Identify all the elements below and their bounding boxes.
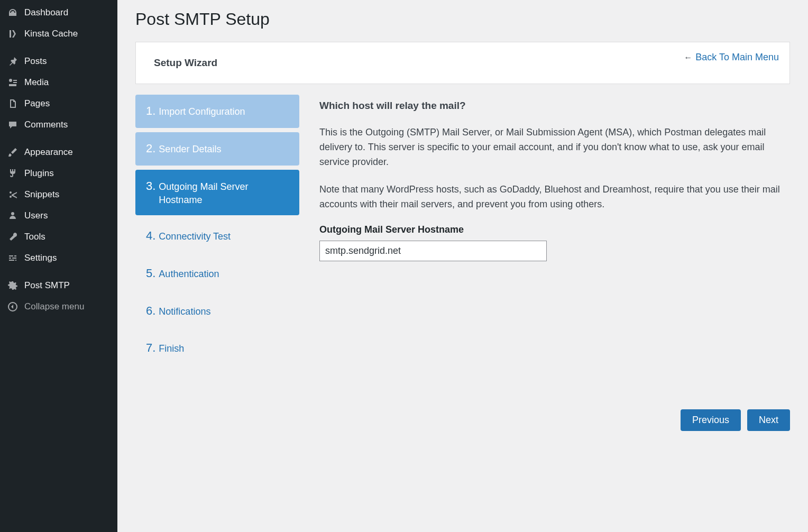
step-sender-details[interactable]: 2. Sender Details <box>135 132 299 166</box>
sidebar-item-label: Appearance <box>24 147 73 158</box>
media-icon <box>7 77 18 88</box>
step-label: Finish <box>159 342 184 355</box>
step-outgoing-mail-server[interactable]: 3. Outgoing Mail Server Hostname <box>135 170 299 215</box>
pin-icon <box>7 56 18 67</box>
wizard-steps: 1. Import Configuration 2. Sender Detail… <box>135 95 299 431</box>
step-number: 6. <box>146 303 155 319</box>
hostname-field-label: Outgoing Mail Server Hostname <box>319 224 790 235</box>
sidebar-collapse[interactable]: Collapse menu <box>0 296 117 317</box>
wizard-body: 1. Import Configuration 2. Sender Detail… <box>135 95 790 431</box>
brush-icon <box>7 147 18 158</box>
sidebar-item-label: Dashboard <box>24 7 68 18</box>
sliders-icon <box>7 253 18 263</box>
pages-icon <box>7 98 18 109</box>
main-content: Post SMTP Setup ← Back To Main Menu Setu… <box>117 0 808 532</box>
sidebar-item-dashboard[interactable]: Dashboard <box>0 2 117 23</box>
gear-icon <box>7 280 18 291</box>
sidebar-item-posts[interactable]: Posts <box>0 51 117 72</box>
sidebar-item-settings[interactable]: Settings <box>0 247 117 269</box>
card-title: Setup Wizard <box>154 57 772 69</box>
sidebar-item-label: Plugins <box>24 168 54 179</box>
step-notifications[interactable]: 6. Notifications <box>135 295 299 328</box>
collapse-icon <box>7 301 18 312</box>
step-label: Notifications <box>159 305 210 318</box>
sidebar-item-post-smtp[interactable]: Post SMTP <box>0 275 117 296</box>
sidebar-item-label: Users <box>24 210 48 221</box>
step-label: Import Configuration <box>159 105 245 118</box>
wrench-icon <box>7 232 18 242</box>
sidebar-item-label: Posts <box>24 56 47 67</box>
step-finish[interactable]: 7. Finish <box>135 332 299 365</box>
admin-sidebar: Dashboard Kinsta Cache Posts Media Pages… <box>0 0 117 532</box>
sidebar-item-snippets[interactable]: Snippets <box>0 184 117 205</box>
step-authentication[interactable]: 5. Authentication <box>135 257 299 290</box>
sidebar-item-users[interactable]: Users <box>0 205 117 226</box>
step-number: 1. <box>146 103 155 120</box>
step-number: 3. <box>146 178 155 195</box>
step-label: Sender Details <box>159 143 221 156</box>
sidebar-item-appearance[interactable]: Appearance <box>0 142 117 163</box>
sidebar-item-comments[interactable]: Comments <box>0 114 117 135</box>
sidebar-item-label: Tools <box>24 232 45 242</box>
sidebar-item-media[interactable]: Media <box>0 72 117 93</box>
sidebar-item-label: Pages <box>24 98 50 109</box>
step-number: 2. <box>146 141 155 157</box>
back-link-label: Back To Main Menu <box>695 52 779 63</box>
user-icon <box>7 210 18 221</box>
scissors-icon <box>7 189 18 200</box>
comment-icon <box>7 120 18 130</box>
step-import-configuration[interactable]: 1. Import Configuration <box>135 95 299 128</box>
panel-paragraph-2: Note that many WordPress hosts, such as … <box>319 182 790 212</box>
step-label: Connectivity Test <box>159 230 231 243</box>
sidebar-item-label: Kinsta Cache <box>24 29 78 39</box>
panel-heading: Which host will relay the mail? <box>319 100 790 112</box>
next-button[interactable]: Next <box>747 409 790 431</box>
wizard-panel: Which host will relay the mail? This is … <box>319 95 790 431</box>
step-number: 4. <box>146 228 155 244</box>
dashboard-icon <box>7 7 18 18</box>
wizard-card: ← Back To Main Menu Setup Wizard <box>135 42 790 84</box>
arrow-left-icon: ← <box>684 53 692 62</box>
kinsta-icon <box>7 29 18 39</box>
step-connectivity-test[interactable]: 4. Connectivity Test <box>135 219 299 253</box>
page-title: Post SMTP Setup <box>135 10 790 29</box>
sidebar-collapse-label: Collapse menu <box>24 301 84 312</box>
step-number: 5. <box>146 265 155 282</box>
sidebar-item-plugins[interactable]: Plugins <box>0 163 117 184</box>
step-label: Authentication <box>159 268 219 281</box>
step-number: 7. <box>146 340 155 356</box>
step-label: Outgoing Mail Server Hostname <box>159 180 289 207</box>
previous-button[interactable]: Previous <box>681 409 741 431</box>
sidebar-item-pages[interactable]: Pages <box>0 93 117 114</box>
sidebar-item-label: Comments <box>24 120 68 130</box>
back-to-main-link[interactable]: ← Back To Main Menu <box>684 52 779 63</box>
sidebar-item-label: Snippets <box>24 189 59 200</box>
sidebar-item-tools[interactable]: Tools <box>0 226 117 247</box>
sidebar-item-label: Settings <box>24 253 57 263</box>
hostname-input[interactable] <box>319 241 547 261</box>
sidebar-item-kinsta-cache[interactable]: Kinsta Cache <box>0 23 117 44</box>
sidebar-item-label: Post SMTP <box>24 280 70 291</box>
panel-paragraph-1: This is the Outgoing (SMTP) Mail Server,… <box>319 125 790 170</box>
wizard-nav-buttons: Previous Next <box>319 409 790 431</box>
sidebar-item-label: Media <box>24 77 49 88</box>
plug-icon <box>7 168 18 179</box>
